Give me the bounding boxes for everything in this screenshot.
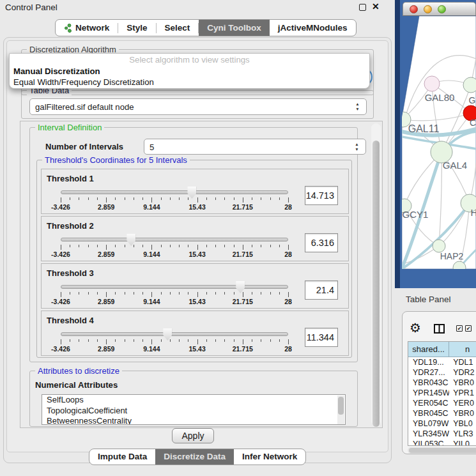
split-columns-icon[interactable] [434,324,445,334]
tick-mark [142,245,143,247]
tick-mark [70,292,70,295]
panel-scrollbar[interactable] [371,123,381,426]
table-row[interactable]: YBL079WYBL0 [408,418,476,429]
tick-mark [224,339,225,342]
tick-mark [70,197,70,200]
table-row[interactable]: YBR045CYBR0 [408,408,476,418]
table-row[interactable]: YDR27...YDR2 [408,367,476,378]
tick-mark [97,292,98,295]
tick-mark [243,292,243,297]
threshold-value-field[interactable]: 11.344 [305,328,338,347]
tick-mark [170,245,171,247]
slider-tick-labels: -3.4262.8599.14415.4321.71528 [61,345,288,352]
threshold-value-field[interactable]: 14.713 [305,186,338,205]
tick-label: 21.715 [233,298,253,305]
tab-jactivemnodules[interactable]: jActiveMNodules [270,19,356,36]
network-node[interactable] [453,261,466,274]
table-row[interactable]: YER054CYER0 [408,398,476,408]
tick-label: -3.426 [51,345,70,353]
table-cell[interactable]: YBR043C [408,378,449,388]
table-cell[interactable]: YIL0 [449,439,476,446]
table-cell[interactable]: YBL0 [449,418,476,429]
tick-mark [206,339,207,342]
table-hscrollbar[interactable] [408,447,476,454]
table-cell[interactable]: YBR0 [449,378,476,388]
list-item[interactable]: SelfLoops [42,395,345,406]
table-row[interactable]: YIL053CYIL0 [408,439,476,446]
table-cell[interactable]: YIL053C [408,439,449,446]
table-cell[interactable]: YDL1 [449,357,476,367]
popup-option-manual-discretization[interactable]: Manual Discretization [13,66,100,77]
numerical-attributes-label: Numerical Attributes [35,380,118,390]
column-header[interactable]: shared... [408,342,449,357]
network-node-g[interactable] [463,77,476,93]
list-scrollbar[interactable] [337,395,344,425]
node-label: G [469,95,476,105]
tab-select[interactable]: Select [157,19,199,36]
table-cell[interactable]: YER054C [408,398,449,408]
popup-option-equal-width-frequency-discretization[interactable]: Equal Width/Frequency Discretization [13,77,154,88]
table-row[interactable]: YBR043CYBR0 [408,378,476,388]
stepper-arrows-icon[interactable]: ▲▼ [354,142,360,152]
table-cell[interactable]: YDR27... [408,367,449,378]
tab-style[interactable]: Style [118,19,155,36]
table-cell[interactable]: YBL079W [408,418,449,429]
list-item[interactable]: BetweennessCentrality [42,416,345,425]
table-cell[interactable]: YLR345W [408,429,449,439]
table-row[interactable]: YDL19...YDL1 [408,357,476,367]
threshold-value-field[interactable]: 6.316 [305,233,338,252]
network-canvas[interactable]: GAL80GCGAL11GAL4GCY1HHAP2 [395,0,476,288]
table-row[interactable]: YLR345WYLR3 [408,429,476,439]
table-hscrollbar-thumb[interactable] [409,448,476,453]
threshold-label: Threshold 2 [47,221,94,231]
list-item[interactable]: TopologicalCoefficient [42,406,345,417]
tick-mark [252,339,252,342]
tick-mark [134,245,134,247]
combobox-value: galFiltered.sif default node [35,99,134,115]
table-cell[interactable]: YDR2 [449,367,476,378]
table-cell[interactable]: YER0 [449,398,476,408]
network-node-gal80[interactable] [424,76,440,91]
table-cell[interactable]: YBR0 [449,408,476,418]
table-cell[interactable]: YBR045C [408,408,449,418]
number-of-intervals-combobox[interactable]: 5 ▲▼ [144,139,366,155]
threshold-label: Threshold 4 [47,316,94,325]
table-cell[interactable]: YDL19... [408,357,449,367]
group-title: Attributes to discretize [35,366,122,376]
tick-mark [115,245,116,247]
apply-button[interactable]: Apply [172,428,214,443]
tick-mark [125,292,125,295]
bottom-tab-infer-network[interactable]: Infer Network [234,449,305,465]
tab-cyni-toolbox[interactable]: Cyni Toolbox [199,19,270,36]
tab-network[interactable]: Network [56,19,118,36]
checkbox-icon[interactable]: ✔ [465,325,472,332]
popup-placeholder: Select algorithm to view settings [10,55,369,65]
float-window-icon[interactable] [359,4,366,11]
threshold-value-field[interactable]: 21.4 [305,280,338,300]
table-panel-title: Table Panel [406,295,451,304]
panel-title: Control Panel [5,3,58,12]
tick-mark [88,292,89,295]
table-row[interactable]: YPR145WYPR1 [408,388,476,398]
close-icon[interactable]: ✕ [372,1,380,12]
table-cell[interactable]: YPR1 [449,388,476,398]
tick-label: 9.144 [143,250,160,258]
table-cell[interactable]: YPR145W [408,388,449,398]
table-cell[interactable]: YLR3 [449,429,476,439]
tick-mark [70,339,70,342]
tick-mark [188,339,188,342]
bottom-tab-discretize-data[interactable]: Discretize Data [155,449,234,465]
tick-mark [243,245,243,250]
list-scrollbar-thumb[interactable] [338,397,344,415]
panel-scrollbar-thumb[interactable] [372,141,380,427]
network-icon [64,24,72,33]
gear-icon[interactable]: ⚙ [410,321,421,334]
network-node-hap2[interactable] [433,240,445,252]
table-data-combobox[interactable]: galFiltered.sif default node ▲▼ [29,98,367,115]
column-header[interactable]: n [449,342,476,357]
slider-tick-labels: -3.4262.8599.14415.4321.71528 [61,250,288,257]
checkbox-icon[interactable]: ✔ [456,325,463,332]
stepper-arrows-icon[interactable]: ▲▼ [355,102,360,112]
bottom-tab-impute-data[interactable]: Impute Data [89,449,155,465]
tick-mark [252,197,252,200]
